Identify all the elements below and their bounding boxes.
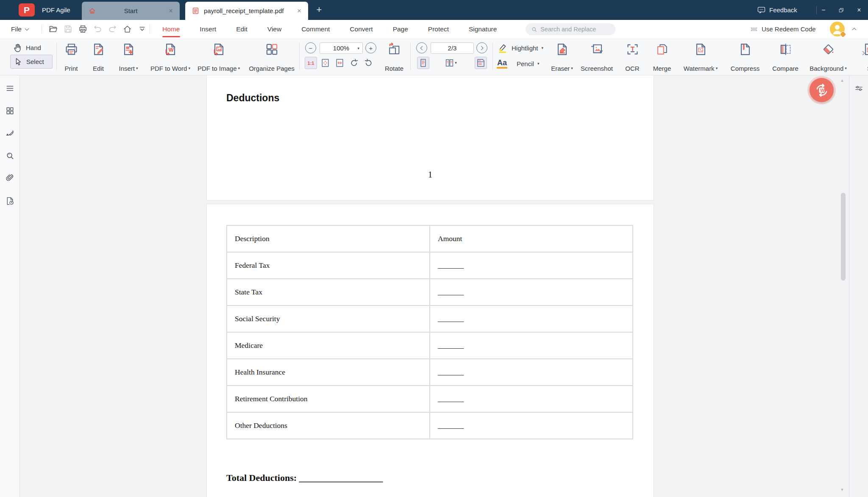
select-label: Select xyxy=(26,58,44,65)
search-input[interactable]: Search and Replace xyxy=(526,23,615,35)
tab-document-close-icon[interactable]: × xyxy=(294,7,305,15)
recent-document-icon[interactable] xyxy=(5,196,15,206)
document-viewer[interactable]: Deductions 1 Description Amount Federal … xyxy=(20,75,849,497)
dropdown-caret-icon: ▾ xyxy=(238,67,240,70)
compress-label: Compress xyxy=(731,65,760,72)
pdf-page-1[interactable]: Deductions 1 xyxy=(206,75,654,200)
tab-start[interactable]: Start × xyxy=(82,2,180,20)
dropdown-caret-icon: ▾ xyxy=(188,67,190,70)
zoom-in-button[interactable]: + xyxy=(365,42,376,53)
row-blank: _______ xyxy=(430,332,633,359)
collapse-toolbar-icon[interactable] xyxy=(137,24,147,34)
page-number-input[interactable]: 2/3 xyxy=(431,42,474,54)
menu-hamburger-icon[interactable] xyxy=(5,83,15,93)
ocr-button[interactable]: OCR xyxy=(619,42,646,72)
organize-pages-button[interactable]: Organize Pages xyxy=(244,42,299,72)
signature-pen-icon[interactable] xyxy=(5,128,15,138)
page-thumbnails-icon[interactable] xyxy=(5,106,15,116)
zoom-input[interactable]: 100% ▾ xyxy=(320,42,363,54)
actual-size-button[interactable]: 1:1 xyxy=(305,57,317,69)
scrollbar-thumb[interactable] xyxy=(841,193,846,280)
eraser-button[interactable]: Eraser▾ xyxy=(546,42,578,72)
fit-page-button[interactable] xyxy=(319,57,331,69)
rotate-ccw-button[interactable] xyxy=(348,57,360,69)
continuous-scroll-view-button[interactable] xyxy=(475,57,487,69)
menu-item-page[interactable]: Page xyxy=(393,24,408,35)
highlight-label: Hightlight xyxy=(512,44,538,52)
fit-width-button[interactable] xyxy=(334,57,346,69)
minimize-button[interactable]: − xyxy=(815,0,832,20)
row-label: Federal Tax xyxy=(227,252,430,279)
print-quick-icon[interactable] xyxy=(78,24,88,34)
properties-sliders-icon[interactable] xyxy=(854,83,864,93)
clipped-toolbar-button[interactable]: S xyxy=(854,42,868,72)
compress-button[interactable]: Compress xyxy=(724,42,766,72)
background-button[interactable]: Background▾ xyxy=(804,42,853,72)
tab-start-close-icon[interactable]: × xyxy=(165,7,176,15)
new-tab-button[interactable]: + xyxy=(313,3,326,16)
feedback-button[interactable]: Feedback xyxy=(757,0,797,20)
tab-document[interactable]: payroll_receipt_template.pdf × xyxy=(185,2,308,20)
compare-button[interactable]: Compare xyxy=(765,42,805,72)
restore-button[interactable] xyxy=(832,0,850,20)
word-convert-icon: W xyxy=(813,82,830,99)
menu-item-protect[interactable]: Protect xyxy=(428,24,449,35)
chevron-up-icon[interactable] xyxy=(852,28,857,32)
pdf-to-image-icon xyxy=(211,42,226,57)
pdf-to-word-icon: W xyxy=(163,42,178,57)
row-label: Other Deductions xyxy=(227,412,430,439)
zoom-dropdown-caret-icon[interactable]: ▾ xyxy=(357,47,359,50)
open-file-icon[interactable] xyxy=(48,24,58,34)
file-menu-label: File xyxy=(11,25,22,33)
file-menu[interactable]: File xyxy=(11,20,28,38)
merge-button[interactable]: Merge xyxy=(646,42,678,72)
sidebar-search-icon[interactable] xyxy=(5,151,15,161)
scroll-up-arrow[interactable]: ▴ xyxy=(838,78,846,83)
menu-item-signature[interactable]: Signature xyxy=(469,24,497,35)
undo-icon[interactable] xyxy=(93,24,103,34)
menu-item-view[interactable]: View xyxy=(267,24,281,35)
avatar[interactable] xyxy=(830,22,845,36)
menu-item-home[interactable]: Home xyxy=(162,24,180,35)
pdf-page-2[interactable]: Description Amount Federal Tax _______ S… xyxy=(206,204,654,497)
row-label: Social Security xyxy=(227,305,430,332)
pdf-to-image-button[interactable]: PDF to Image▾ xyxy=(192,42,245,72)
convert-to-word-fab[interactable]: W xyxy=(810,78,834,102)
save-icon[interactable] xyxy=(63,24,73,34)
close-button[interactable]: × xyxy=(850,0,868,20)
home-view-icon[interactable] xyxy=(122,24,132,34)
insert-label: Insert xyxy=(119,65,135,72)
watermark-button[interactable]: Watermark▾ xyxy=(677,42,724,72)
insert-button[interactable]: Insert▾ xyxy=(110,42,147,72)
rotate-cw-button[interactable] xyxy=(362,57,375,69)
feedback-label: Feedback xyxy=(769,6,797,14)
hand-tool[interactable]: Hand xyxy=(10,41,53,55)
pdf-to-word-button[interactable]: W PDF to Word▾ xyxy=(144,42,197,72)
pdf-to-image-label: PDF to Image xyxy=(198,65,237,72)
highlight-tool[interactable]: Hightlight ▾ xyxy=(497,42,543,55)
menu-item-insert[interactable]: Insert xyxy=(200,24,216,35)
toolbar: Hand Select Print Edit Insert▾ W PDF to … xyxy=(0,38,868,75)
header-description: Description xyxy=(227,225,430,252)
rotate-pages-button[interactable]: Rotate xyxy=(381,42,408,72)
screenshot-button[interactable]: Screenshot xyxy=(575,42,619,72)
dropdown-caret-icon: ▾ xyxy=(716,67,718,70)
zoom-out-button[interactable]: − xyxy=(305,42,316,53)
facing-pages-view-button[interactable]: ▾ xyxy=(441,57,460,69)
menu-item-edit[interactable]: Edit xyxy=(236,24,248,35)
redeem-code-button[interactable]: Use Redeem Code xyxy=(749,20,816,38)
single-page-view-button[interactable] xyxy=(417,57,429,69)
menu-item-convert[interactable]: Convert xyxy=(350,24,373,35)
pencil-tool[interactable]: Aa Pencil ▾ xyxy=(497,57,543,70)
menu-item-comment[interactable]: Comment xyxy=(301,24,330,35)
next-page-button[interactable] xyxy=(476,42,487,53)
pdf-file-icon xyxy=(192,7,200,15)
screenshot-icon xyxy=(590,42,604,57)
scroll-down-arrow[interactable]: ▾ xyxy=(838,487,846,492)
redo-icon[interactable] xyxy=(108,24,117,34)
prev-page-button[interactable] xyxy=(416,42,427,53)
select-tool[interactable]: Select xyxy=(10,55,53,69)
printer-icon xyxy=(64,42,79,57)
attachment-icon[interactable] xyxy=(5,173,15,183)
deductions-table: Description Amount Federal Tax _______ S… xyxy=(226,225,633,439)
